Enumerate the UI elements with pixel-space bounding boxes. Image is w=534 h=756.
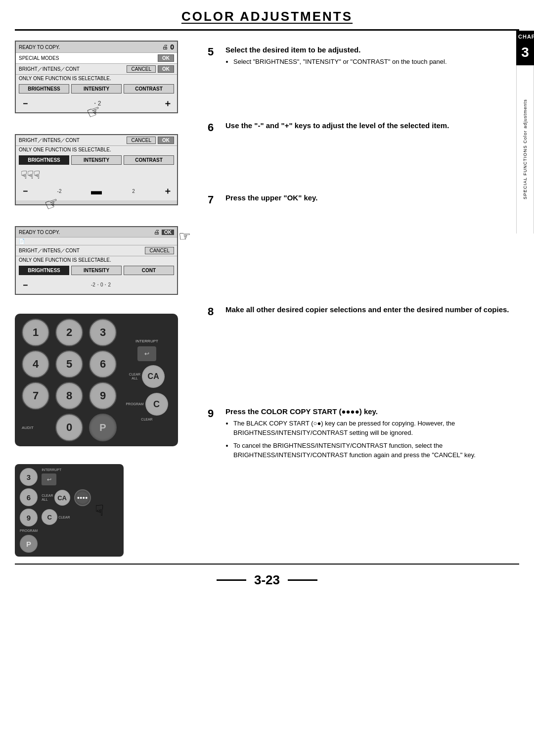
page-header: COLOR ADJUSTMENTS	[15, 0, 519, 31]
ok2-btn-1[interactable]: OK	[158, 65, 174, 73]
intensity-btn-3[interactable]: INTENSITY	[71, 266, 122, 275]
step-7-title: Press the upper "OK" key.	[225, 193, 519, 202]
selectable-msg-3: ONLY ONE FUNCTION IS SELECTABLE.	[16, 256, 177, 264]
special-modes-label: SPECIAL MODES	[19, 55, 156, 61]
slider-bar-2: ▬	[89, 185, 104, 197]
ok-pressed-3[interactable]: OK	[162, 230, 174, 235]
bright-intens-row-2: BRIGHT／INTENS／CONT CANCEL OK	[16, 135, 177, 146]
step-6-content: Use the "-" and "+" keys to adjust the l…	[225, 121, 519, 133]
audit-label: AUDIT	[22, 425, 51, 430]
step-5-content: Select the desired item to be adjusted. …	[225, 46, 519, 67]
finger-icon-5: ☟	[95, 502, 104, 519]
key-4[interactable]: 4	[22, 350, 49, 378]
small-key-p[interactable]: P	[20, 535, 38, 553]
step-6-number: 6	[208, 121, 225, 134]
chapter-label: CHAPTER	[516, 31, 534, 43]
small-key-9[interactable]: 9	[20, 509, 38, 526]
step-9-body: The BLACK COPY START (○●) key can be pre…	[225, 419, 519, 460]
clearall-label: CLEARALL	[129, 373, 140, 380]
page-number: 3-23	[254, 572, 280, 588]
minus-2[interactable]: －	[21, 185, 30, 197]
chapter-sidebar: CHAPTER 3 SPECIAL FUNCTIONS Color adjust…	[516, 31, 534, 234]
brightness-btn-1[interactable]: BRIGHTNESS	[19, 84, 69, 94]
ok-btn-1[interactable]: OK	[158, 54, 174, 62]
small-keypad-right: INTERRUPT ↩ CLEARALL CA ●●●● C CLEAR	[42, 468, 90, 525]
key-p[interactable]: P	[89, 414, 117, 441]
clear-label: CLEAR	[141, 418, 152, 421]
bright-intens-row-3: BRIGHT／INTENS／CONT CANCEL	[16, 245, 177, 256]
small-key-6[interactable]: 6	[20, 488, 38, 506]
step-8: 8 Make all other desired copier selectio…	[208, 305, 519, 318]
function-btns-3: BRIGHTNESS INTENSITY CONT	[16, 264, 177, 277]
main-content: READY TO COPY. 🖨 0 SPECIAL MODES OK BRIG…	[0, 31, 534, 559]
key-0[interactable]: 0	[55, 414, 83, 441]
plus-1[interactable]: ＋	[163, 97, 172, 109]
bright-intens-label-1: BRIGHT／INTENS／CONT	[19, 66, 125, 73]
key-8[interactable]: 8	[55, 382, 83, 410]
zero-label-1: 0	[170, 43, 174, 51]
c-btn[interactable]: C	[145, 393, 168, 416]
brightness-btn-2[interactable]: BRIGHTNESS	[19, 155, 69, 165]
lcd-top-row-1: READY TO COPY. 🖨 0	[16, 42, 177, 53]
chapter-number: 3	[516, 43, 534, 65]
step-9-content: Press the COLOR COPY START (●●●●) key. T…	[225, 407, 519, 460]
finger-icon-3: ☞	[178, 228, 191, 244]
page-footer: 3-23	[0, 565, 534, 596]
brightness-btn-3[interactable]: BRIGHTNESS	[19, 266, 69, 275]
small-key-3[interactable]: 3	[20, 468, 38, 486]
step-5-number: 5	[208, 46, 225, 58]
intensity-btn-2[interactable]: INTENSITY	[71, 155, 122, 165]
ready-label-1: READY TO COPY.	[19, 45, 160, 50]
diagram-3: READY TO COPY. 🖨 OK 📄 BRIGHT／INTENS／CONT…	[15, 226, 193, 296]
function-btns-2: BRIGHTNESS INTENSITY CONTRAST	[16, 153, 177, 167]
right-column: 5 Select the desired item to be adjusted…	[193, 41, 534, 559]
selectable-msg-2: ONLY ONE FUNCTION IS SELECTABLE.	[16, 146, 177, 153]
key-7[interactable]: 7	[22, 382, 49, 410]
intensity-btn-1[interactable]: INTENSITY	[71, 84, 122, 94]
step-9-number: 9	[208, 407, 225, 420]
small-clear-label: CLEAR	[58, 516, 70, 519]
left-column: READY TO COPY. 🖨 0 SPECIAL MODES OK BRIG…	[0, 41, 193, 559]
key-6[interactable]: 6	[89, 350, 117, 378]
step-9: 9 Press the COLOR COPY START (●●●●) key.…	[208, 407, 519, 460]
small-interrupt-label: INTERRUPT	[42, 468, 61, 472]
scale-pos-2: 2	[107, 189, 160, 194]
key-3[interactable]: 3	[89, 319, 117, 346]
small-ca-btn[interactable]: CA	[54, 490, 70, 506]
step-8-number: 8	[208, 305, 225, 318]
contrast-btn-1[interactable]: CONTRAST	[124, 84, 174, 94]
steps-container: 5 Select the desired item to be adjusted…	[208, 41, 519, 476]
small-keypad-wrapper: 3 6 9 PROGRAM P INTERRUPT	[15, 464, 124, 557]
contrast-btn-2[interactable]: CONTRAST	[124, 155, 174, 165]
interrupt-btn[interactable]: ↩	[137, 346, 156, 361]
key-1[interactable]: 1	[22, 319, 49, 346]
ca-btn[interactable]: CA	[142, 365, 165, 388]
ok-btn-2[interactable]: OK	[158, 137, 174, 144]
key-5[interactable]: 5	[55, 350, 83, 378]
key-2[interactable]: 2	[55, 319, 83, 346]
step-5-body: Select "BRIGHTNESS", "INTENSITY" or "CON…	[225, 57, 519, 67]
interrupt-label: INTERRUPT	[135, 339, 158, 343]
minus-3[interactable]: －	[21, 279, 30, 291]
step-5-title: Select the desired item to be adjusted.	[225, 46, 519, 54]
small-c-btn[interactable]: C	[42, 509, 57, 525]
step-9-title: Press the COLOR COPY START (●●●●) key.	[225, 407, 519, 416]
cancel-btn-3[interactable]: CANCEL	[145, 247, 174, 254]
step-7: 7 Press the upper "OK" key.	[208, 193, 519, 206]
small-interrupt-btn[interactable]: ↩	[42, 473, 56, 485]
keypad-layout: 1 2 3 INTERRUPT ↩ CLEARALL CA	[15, 314, 178, 446]
step-8-title: Make all other desired copier selections…	[225, 305, 519, 314]
plus-2[interactable]: ＋	[163, 185, 172, 197]
printer-icon-3: 📄	[19, 238, 25, 244]
page-line-left	[217, 579, 246, 581]
keypad-right-col: INTERRUPT ↩ CLEARALL CA PROGRAM C CL	[123, 339, 171, 421]
step-9-bullet-1: The BLACK COPY START (○●) key can be pre…	[233, 419, 519, 438]
contrast-btn-3[interactable]: CONT	[124, 266, 174, 275]
lcd-screen-3: READY TO COPY. 🖨 OK 📄 BRIGHT／INTENS／CONT…	[15, 226, 178, 295]
color-start-btn[interactable]: ●●●●	[74, 489, 91, 506]
key-9[interactable]: 9	[89, 382, 117, 410]
minus-1[interactable]: －	[21, 97, 30, 109]
step-5: 5 Select the desired item to be adjusted…	[208, 46, 519, 67]
cancel-btn-1[interactable]: CANCEL	[127, 65, 156, 73]
cancel-btn-2[interactable]: CANCEL	[127, 137, 156, 144]
